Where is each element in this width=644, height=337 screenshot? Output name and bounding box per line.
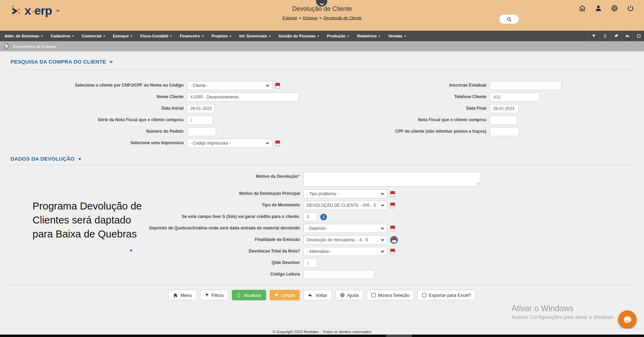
undo-icon[interactable] <box>622 31 633 41</box>
finalidade-emissao-select[interactable]: Devolução de mercadoria. - 4 - S <box>303 235 387 244</box>
checkbox-icon <box>371 293 375 297</box>
field-label: Telefone Cliente <box>306 95 490 100</box>
telefone-cliente-input[interactable] <box>490 93 540 102</box>
limpar-button[interactable]: Limpar <box>270 290 300 300</box>
filter-icon[interactable] <box>588 31 599 41</box>
data-final-input[interactable] <box>490 104 518 113</box>
chevron-down-icon <box>41 36 43 37</box>
menu-item-estoque[interactable]: Estoque <box>109 31 136 41</box>
chevron-down-icon <box>170 36 172 37</box>
required-mark: * <box>298 174 300 179</box>
motivo-devolucao-textarea[interactable] <box>303 172 481 186</box>
impressora-select[interactable]: - Codigo impressora - <box>187 139 272 148</box>
breadcrumb-separator: » <box>297 16 303 20</box>
lookup-modal-icon[interactable] <box>390 203 395 208</box>
cpf-cliente-input[interactable] <box>490 127 519 136</box>
motivo-principal-select[interactable]: - Tipo problema - <box>303 189 387 198</box>
caret-down-icon <box>109 61 113 63</box>
serie-nota-fiscal-input[interactable] <box>187 116 213 125</box>
menu-item-comercial[interactable]: Comercial <box>78 31 109 41</box>
search-form-right: Inscricao Estadual Telefone Cliente Data… <box>306 81 561 139</box>
window-icon[interactable] <box>633 31 644 41</box>
header: x-erp Devolução de Cliente Estoque»Estoq… <box>0 0 644 31</box>
ajuda-button[interactable]: Ajuda <box>335 290 363 300</box>
field-label: Número do Pedido <box>0 129 187 134</box>
refresh-icon <box>236 293 241 298</box>
menu-item-produ-o[interactable]: Produção <box>323 31 353 41</box>
eraser-icon <box>274 293 279 298</box>
help-lifebuoy-icon[interactable] <box>610 4 618 12</box>
lookup-modal-highlight[interactable] <box>390 236 398 244</box>
select-chevron-icon <box>381 239 384 241</box>
form-row: Devolucao Total da Nota? - Alternativa - <box>0 247 481 256</box>
data-inicial-input[interactable] <box>187 104 215 113</box>
checkbox-icon <box>422 293 426 297</box>
tipo-movimento-select[interactable]: DEVOLUÇÃO DE CLIENTE - 005 - S <box>303 201 387 210</box>
atualizar-button[interactable]: Atualizar <box>232 290 266 300</box>
section-devolucao-header[interactable]: DADOS DA DEVOLUÇÃO <box>10 156 81 162</box>
select-chevron-icon <box>381 193 384 195</box>
menu-item-fisco-cont-bil[interactable]: Fisco-Contábil <box>136 31 176 41</box>
breadcrumb-link-estoque-2[interactable]: Estoque <box>303 16 317 20</box>
qtde-devolver-input[interactable] <box>303 258 317 268</box>
select-chevron-icon <box>381 227 384 229</box>
nome-cliente-input[interactable] <box>187 93 299 102</box>
search-button[interactable] <box>499 15 519 24</box>
menu-item-financeiro[interactable]: Financeiro <box>176 31 208 41</box>
cursor-dot <box>130 249 132 251</box>
menu-item-cadastros[interactable]: Cadastros <box>47 31 78 41</box>
form-row: Nome Cliente <box>0 93 299 102</box>
nota-fiscal-input[interactable] <box>490 116 517 125</box>
toolbar: Menu Filtros Atualizar Limpar Voltar Aju… <box>168 290 475 300</box>
mostra-selecao-button[interactable]: Mostra Seleção <box>367 290 414 300</box>
form-row: Série da Nota Fiscal que o cliente compr… <box>0 116 299 125</box>
user-icon[interactable] <box>594 4 602 12</box>
breadcrumb-link-devolucao[interactable]: Devolução de Cliente <box>323 16 362 20</box>
home-icon[interactable] <box>578 4 586 12</box>
power-icon[interactable] <box>627 4 634 12</box>
menubar-items: Adm. de Sistemas Cadastros Comercial Est… <box>1 31 410 41</box>
menu-item-adm-de-sistemas[interactable]: Adm. de Sistemas <box>1 31 47 41</box>
windows-watermark-title: Ativar o Windows <box>511 304 574 313</box>
lookup-modal-icon[interactable] <box>390 191 395 197</box>
chat-fab-button[interactable] <box>618 310 637 329</box>
gerar-credito-input[interactable] <box>303 212 317 221</box>
deposito-select[interactable]: - Depósito - <box>303 224 387 233</box>
pathbar-label[interactable]: Documentos de Estoque <box>13 44 57 49</box>
lookup-modal-icon[interactable] <box>390 249 395 254</box>
lookup-modal-icon[interactable] <box>275 140 280 146</box>
eraser-icon[interactable] <box>610 31 622 41</box>
info-icon[interactable]: i <box>320 214 327 220</box>
field-label: Devolucao Total da Nota? <box>0 249 303 254</box>
annotation-note: Programa Devolução de Clientes será dapt… <box>33 199 142 241</box>
field-label: Motivo da Devolução* <box>0 172 303 179</box>
field-label: Nota Fiscal que o cliente comprou <box>306 118 490 123</box>
cliente-select[interactable]: - Cliente - <box>187 81 272 90</box>
lookup-modal-icon[interactable] <box>275 83 280 88</box>
lookup-modal-icon[interactable] <box>390 226 395 231</box>
menu-item-projetos[interactable]: Projetos <box>208 31 235 41</box>
section-devolucao-title: DADOS DA DEVOLUÇÃO <box>10 156 74 162</box>
menu-item-relat-rios[interactable]: Relatórios <box>353 31 384 41</box>
menu-item-gest-o-de-pessoas[interactable]: Gestão de Pessoas <box>275 31 323 41</box>
refresh-icon[interactable] <box>599 31 610 41</box>
menu-button[interactable]: Menu <box>168 290 196 300</box>
voltar-button[interactable]: Voltar <box>303 290 332 300</box>
field-label: Inscricao Estadual <box>306 83 490 88</box>
exportar-excel-button[interactable]: Exportar para Excel? <box>417 290 475 300</box>
menu-item-vendas[interactable]: Vendas <box>384 31 410 41</box>
search-form-left: Selecione o cliente por CNPJ/CPF ou Nome… <box>0 81 299 150</box>
select-chevron-icon <box>381 204 384 206</box>
divider <box>9 165 635 165</box>
filtros-button[interactable]: Filtros <box>200 290 228 300</box>
devolucao-total-select[interactable]: - Alternativa - <box>303 247 387 256</box>
field-label: Qtde Devolver <box>0 261 303 265</box>
codigo-leitura-input[interactable] <box>303 270 374 279</box>
section-pesquisa-header[interactable]: PESQUISA DA COMPRA DO CLIENTE <box>10 59 113 65</box>
breadcrumb: Estoque»Estoque»Devolução de Cliente <box>0 16 644 20</box>
numero-pedido-input[interactable] <box>187 127 216 136</box>
menubar-actions <box>588 31 644 41</box>
inscricao-estadual-input[interactable] <box>490 81 561 90</box>
breadcrumb-link-estoque-1[interactable]: Estoque <box>282 16 297 20</box>
menu-item-inf-gerenciais[interactable]: Inf. Gerenciais <box>235 31 274 41</box>
